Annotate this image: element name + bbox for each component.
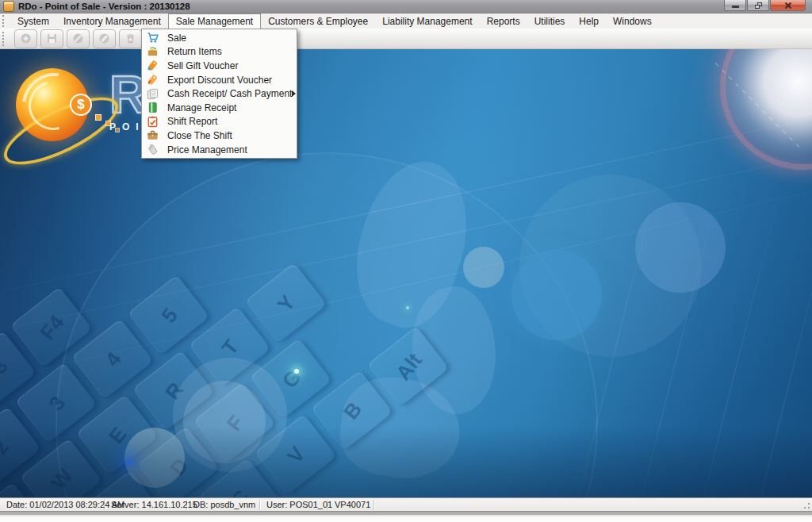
menubar-grip[interactable] (2, 15, 8, 27)
menu-windows[interactable]: Windows (606, 13, 659, 29)
status-db: DB: posdb_vnm (187, 500, 260, 510)
block-button[interactable] (93, 29, 116, 48)
save-button[interactable] (40, 29, 63, 48)
status-bar: Date: 01/02/2013 08:29:24 AM Server: 14.… (0, 497, 812, 511)
sparkle (406, 306, 409, 309)
delete-button[interactable] (119, 29, 142, 48)
close-icon (784, 2, 792, 10)
client-area: F1F2F3F412345QWERTYASDFGZXCVBAlt $ RD PO… (0, 49, 812, 497)
menu-system[interactable]: System (10, 13, 56, 29)
menu-item-sale[interactable]: Sale (142, 31, 297, 45)
add-circle-icon (20, 33, 32, 44)
price-tag-icon (146, 144, 159, 156)
menu-help[interactable]: Help (572, 13, 606, 29)
gift-voucher-tag-icon (146, 59, 159, 72)
toolbar-grip[interactable] (2, 32, 8, 46)
briefcase-icon (146, 129, 159, 142)
status-terminal-code: VP40071 (328, 500, 374, 510)
bokeh-circle (124, 428, 185, 488)
menu-item-close-the-shift[interactable]: Close The Shift (142, 129, 297, 143)
menu-item-cash-receipt-cash-payment[interactable]: Cash Receipt/ Cash Payment (142, 86, 297, 101)
minimize-icon (732, 6, 739, 8)
discount-voucher-tag-icon (146, 74, 159, 86)
recycle-bin-icon (124, 33, 136, 44)
block-circle-icon (98, 33, 110, 44)
menu-item-sell-gift-voucher[interactable]: Sell Gift Voucher (142, 59, 297, 73)
minimize-button[interactable] (724, 0, 746, 11)
sale-management-dropdown: Sale Return Items Sell Gift Voucher Expo… (141, 29, 297, 159)
status-date: Date: 01/02/2013 08:29:24 AM (0, 500, 105, 510)
menu-liability-management[interactable]: Liability Management (375, 13, 479, 29)
window-bottom-edge (0, 511, 812, 522)
sparkle (125, 458, 133, 466)
receipt-book-icon (146, 102, 159, 114)
menu-utilities[interactable]: Utilities (527, 13, 573, 29)
menu-customers-employee[interactable]: Customers & Employee (261, 13, 375, 29)
status-user: User: POS01_01 (260, 500, 328, 510)
lens-flare-ring (720, 49, 812, 170)
bokeh-circle (635, 202, 726, 293)
app-window: RDo - Point of Sale - Version : 20130128… (0, 0, 812, 522)
return-box-icon (146, 45, 159, 58)
menu-item-return-items[interactable]: Return Items (142, 45, 297, 59)
menu-item-price-management[interactable]: Price Management (142, 143, 297, 157)
restore-button[interactable] (747, 0, 769, 11)
submenu-arrow-icon (292, 90, 296, 97)
window-title: RDo - Point of Sale - Version : 20130128 (18, 2, 190, 11)
shopping-cart-icon (146, 32, 159, 44)
menu-inventory-management[interactable]: Inventory Management (56, 13, 168, 29)
cancel-circle-icon (72, 33, 84, 44)
title-bar: RDo - Point of Sale - Version : 20130128 (0, 0, 812, 13)
restore-icon (755, 2, 762, 9)
app-icon (3, 1, 14, 12)
menu-item-manage-receipt[interactable]: Manage Receipt (142, 101, 297, 115)
menu-bar: System Inventory Management Sale Managem… (0, 13, 812, 29)
window-controls (724, 0, 812, 13)
logo-sphere-icon: $ (16, 68, 89, 141)
bokeh-circle (463, 247, 504, 288)
add-button[interactable] (14, 29, 37, 48)
close-button[interactable] (770, 0, 806, 11)
save-floppy-icon (46, 33, 58, 44)
report-clipboard-icon (146, 115, 159, 128)
menu-sale-management[interactable]: Sale Management (168, 13, 261, 29)
status-server: Server: 14.161.10.215 (105, 500, 187, 510)
cash-receipt-icon (146, 87, 159, 100)
dollar-sign-icon: $ (70, 94, 92, 116)
bokeh-circle (511, 250, 602, 340)
menu-item-shift-report[interactable]: Shift Report (142, 115, 297, 129)
menu-item-export-discount-voucher[interactable]: Export Discount Voucher (142, 73, 297, 87)
menu-reports[interactable]: Reports (480, 13, 527, 29)
bokeh-circle (183, 381, 266, 463)
cancel-button[interactable] (67, 29, 90, 48)
sparkle (294, 369, 299, 374)
toolbar (0, 29, 812, 49)
resize-grip[interactable] (801, 500, 810, 509)
logo-orbit-ring (0, 84, 127, 178)
